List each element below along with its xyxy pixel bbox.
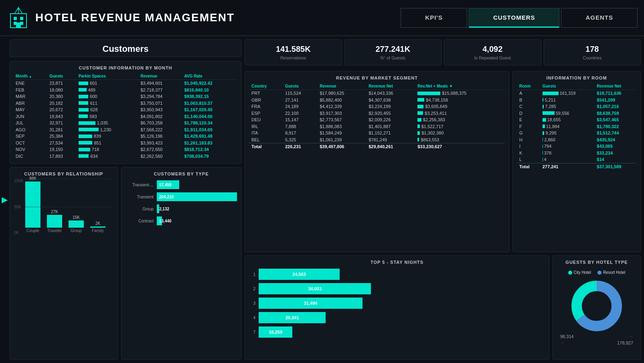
table-row: NOV 19,150 718 $2,672,650 $818,712.34	[14, 146, 237, 153]
gridline-mid	[25, 207, 113, 207]
table-row: SEP 25,384 839 $5,126,196 $1,429,691.48	[14, 133, 237, 140]
app-title: HOTEL REVENUE MANAGEMENT	[35, 11, 235, 24]
table-row: I 794 $43,065	[517, 143, 636, 150]
table-row: MAY 20,672 628 $3,950,943 $1,167,020.45	[14, 106, 237, 113]
table-row: E 18,655 $3,547,465	[517, 116, 636, 123]
table-row: ABR 20,182 611 $3,750,071 $1,063,810.37	[14, 100, 237, 107]
type-bar-group: Group 2,132	[126, 204, 237, 213]
hotel-type-box: GUESTS BY HOTEL TYPE City Hotel Resort H…	[553, 255, 641, 360]
seg-col-revnetmeals: Rev.Net + Meals ▼	[415, 83, 505, 90]
seg-col-revnet: Revenue Net	[366, 83, 415, 90]
tab-agents[interactable]: AGENTS	[561, 8, 638, 28]
header: HOTEL REVENUE MANAGEMENT KPI'S CUSTOMERS…	[0, 0, 644, 36]
city-hotel-dot	[568, 271, 572, 275]
resort-hotel-label: Resort Hotel	[603, 270, 626, 275]
table-row: D 59,556 $8,638,759	[517, 110, 636, 117]
customer-info-table: Month ▲ Guests Parkin Spaces Revenue AVG…	[14, 73, 237, 159]
bar-family: 2K Family	[90, 221, 105, 233]
table-row: L 4 $14	[517, 156, 636, 163]
table-row: FEB 18,080 489 $2,718,377 $816,840.10	[14, 87, 237, 94]
customer-info-title: CUSTOMER INFORMATION BY MONTH	[14, 65, 237, 70]
bottom-left-charts: CUSTOMERS BY RELATIONSHIP 100K 50K 0K 98…	[10, 167, 241, 360]
bar-traveler: 27K Traveler	[47, 210, 62, 233]
right-panel: 141.585KReservations277.241KN° of Guests…	[245, 39, 641, 360]
table-row: ENE 23,871 601 $3,494,601 $1,045,922.42	[14, 80, 237, 87]
svg-rect-2	[20, 17, 23, 20]
kpi-card-countries: 178Countries	[544, 39, 641, 65]
gridline-top	[25, 179, 113, 179]
hotel-legend: City Hotel Resort Hotel	[568, 270, 626, 275]
room-col-room: Room	[517, 83, 540, 90]
nav-tabs: KPI'S CUSTOMERS AGENTS	[401, 8, 638, 28]
table-row: B 5,211 $541,209	[517, 97, 636, 104]
col-parking: Parkin Spaces	[77, 73, 139, 80]
table-row: PRT 115,524 $17,980,625 $14,043,336 $15,…	[249, 90, 505, 97]
kpi-card-is-repeated-guest: 4,092Is Repeated Guest	[444, 39, 541, 65]
table-row: GBR 27,141 $5,882,400 $4,307,638 $4,738,…	[249, 97, 505, 104]
city-hotel-label: City Hotel	[574, 270, 591, 275]
hotel-icon	[6, 6, 30, 30]
table-row-total: Total 226,231 $39,497,806 $29,840,261 $3…	[249, 143, 505, 150]
table-row: F 11,884 $1,780,322	[517, 123, 636, 130]
seg-col-country: Country	[249, 83, 283, 90]
main-content: ▶ Customers CUSTOMER INFORMATION BY MONT…	[0, 36, 644, 363]
table-row: ITA 8,917 $1,584,249 $1,152,271 $1,302,3…	[249, 130, 505, 137]
donut-values: 98,314 ← → 178,927	[560, 334, 633, 345]
col-avgrate: AVG Rate	[182, 73, 237, 80]
table-row: FRA 24,189 $4,412,339 $3,224,199 $3,605,…	[249, 103, 505, 110]
donut-chart	[569, 278, 625, 334]
market-segment-title: REVENUE BY MARKET SEGMENT	[249, 75, 505, 80]
table-row: JUL 32,971 1,035 $6,703,258 $1,788,120.3…	[14, 120, 237, 126]
type-box: CUSTOMERS BY TYPE Transient-... 57,459 T…	[121, 167, 241, 360]
tab-kpis[interactable]: KPI'S	[401, 8, 467, 28]
col-revenue: Revenue	[139, 73, 182, 80]
nav-arrow[interactable]: ▶	[2, 195, 8, 204]
svg-rect-1	[14, 17, 17, 20]
svg-rect-5	[16, 22, 21, 28]
table-row: DEU 15,147 $2,773,567 $2,009,226 $2,256,…	[249, 116, 505, 123]
segment-table: Country Guests Revenue Revenue Net Rev.N…	[249, 83, 505, 150]
tab-customers[interactable]: CUSTOMERS	[469, 8, 560, 28]
table-row: DIC 17,893 634 $2,262,560 $708,034.79	[14, 153, 237, 160]
table-row: H 2,860 $435,924	[517, 137, 636, 143]
relationship-box: CUSTOMERS BY RELATIONSHIP 100K 50K 0K 98…	[10, 167, 118, 360]
market-segment-box: REVENUE BY MARKET SEGMENT Country Guests…	[245, 71, 509, 252]
type-bar-transient: Transient 204,210	[126, 192, 237, 201]
table-row: IRL 7,888 $1,886,083 $1,401,887 $1,522,7…	[249, 123, 505, 130]
room-col-guests: Guests	[540, 83, 595, 90]
type-bar-transient-...: Transient-... 57,459	[126, 180, 237, 189]
type-bar-contract: Contract 13,440	[126, 216, 237, 225]
bar-chart-area: 98K Couple 27K Traveler 15K	[25, 179, 113, 235]
middle-row: REVENUE BY MARKET SEGMENT Country Guests…	[245, 71, 641, 252]
stay-bar-1: 1 24,563	[249, 269, 545, 280]
relationship-title: CUSTOMERS BY RELATIONSHIP	[14, 171, 113, 176]
table-row-total: Total 277,241 $37,301,589	[517, 163, 636, 170]
kpi-row: 141.585KReservations277.241KN° of Guests…	[245, 39, 641, 65]
room-table: Room Guests Revenue Net A 161,319 $19,71…	[517, 83, 636, 170]
relationship-chart: 100K 50K 0K 98K Couple	[14, 179, 113, 247]
stay-bar-7: 7 10,259	[249, 326, 545, 338]
stay-bar-3: 3 31,494	[249, 298, 545, 309]
table-row: G 9,295 $1,512,744	[517, 130, 636, 137]
logo-area: HOTEL REVENUE MANAGEMENT	[6, 6, 401, 30]
bottom-row: TOP 5 - STAY NIGHTS 1 24,563 2 34,003 3 …	[245, 255, 641, 360]
bar-couple: 98K Couple	[25, 176, 41, 233]
seg-col-revenue: Revenue	[317, 83, 366, 90]
table-row: MAR 20,380 600 $3,294,784 $938,392.15	[14, 93, 237, 100]
stay-bar-4: 4 20,341	[249, 312, 545, 323]
hotel-type-content: City Hotel Resort Hotel	[557, 267, 636, 349]
table-row: ESP 22,100 $3,917,303 $2,920,455 $3,253,…	[249, 110, 505, 117]
stay-chart: 1 24,563 2 34,003 3 31,494 4 20,341 7 10…	[249, 267, 545, 339]
room-col-revnet: Revenue Net	[594, 83, 636, 90]
customer-info-box: CUSTOMER INFORMATION BY MONTH Month ▲ Gu…	[10, 61, 241, 164]
table-row: AGO 31,281 1,230 $7,568,222 $1,911,034.0…	[14, 126, 237, 133]
table-row: C 7,285 $1,057,216	[517, 103, 636, 110]
hotel-type-title: GUESTS BY HOTEL TYPE	[557, 260, 636, 265]
stay-nights-box: TOP 5 - STAY NIGHTS 1 24,563 2 34,003 3 …	[245, 255, 549, 360]
stay-nights-title: TOP 5 - STAY NIGHTS	[249, 260, 545, 265]
page-title: Customers	[10, 39, 241, 57]
kpi-card-n°-of-guests: 277.241KN° of Guests	[344, 39, 442, 65]
table-row: K 378 $33,234	[517, 150, 636, 157]
family-label: Family	[92, 228, 103, 233]
seg-col-guests: Guests	[283, 83, 317, 90]
